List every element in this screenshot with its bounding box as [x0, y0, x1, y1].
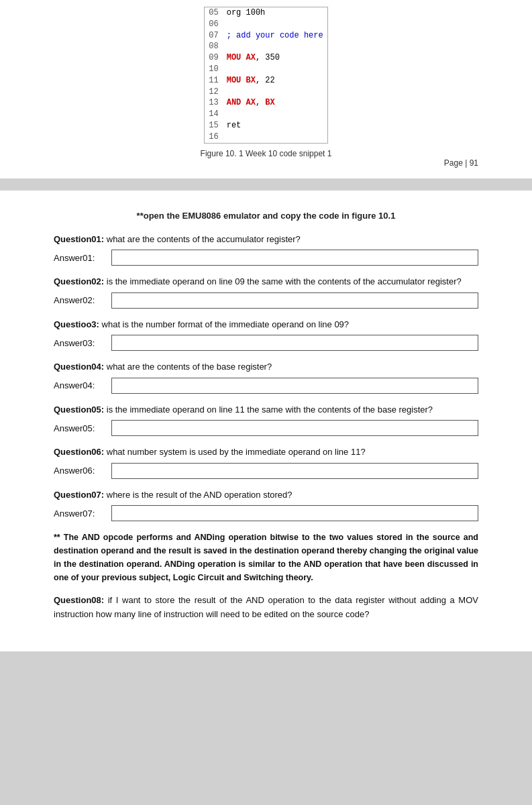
code-line-10: 10: [205, 64, 327, 75]
answer-row-1: Answer01:: [54, 250, 478, 266]
line-num: 15: [205, 120, 223, 131]
answer-input-3[interactable]: [111, 335, 478, 351]
code-line-09: 09 MOU AX, 350: [205, 52, 327, 64]
q4-label: Question04:: [54, 362, 104, 372]
answer-input-7[interactable]: [111, 505, 478, 521]
line-num: 16: [205, 131, 223, 143]
q1-label: Question01:: [54, 234, 104, 244]
code-org: org: [227, 8, 246, 17]
answer-input-6[interactable]: [111, 463, 478, 479]
code-block-container: 05 org 100h 06 07 ; add your code here: [54, 7, 478, 158]
question-block-1: Question01: what are the contents of the…: [54, 233, 478, 266]
code-line-11: 11 MOU BX, 22: [205, 75, 327, 87]
code-content: AND AX, BX: [223, 97, 328, 109]
answer-row-5: Answer05:: [54, 420, 478, 436]
code-instr: MOU: [227, 76, 246, 85]
code-line-15: 15 ret: [205, 120, 327, 131]
code-comment: ; add your code here: [227, 31, 323, 40]
page-top: 05 org 100h 06 07 ; add your code here: [0, 0, 532, 178]
code-content: [223, 41, 328, 52]
page-bottom: **open the EMU8086 emulator and copy the…: [0, 191, 532, 651]
line-num: 07: [205, 30, 223, 42]
question-text-4: Question04: what are the contents of the…: [54, 360, 478, 374]
answer-row-3: Answer03:: [54, 335, 478, 351]
q3-label: Questioo3:: [54, 319, 99, 329]
code-line-16: 16: [205, 131, 327, 143]
question-block-6: Question06: what number system is used b…: [54, 445, 478, 479]
code-line-08: 08: [205, 41, 327, 52]
answer-label-5: Answer05:: [54, 423, 107, 433]
q8-text: if I want to store the result of the AND…: [54, 595, 478, 619]
code-content: [223, 64, 328, 75]
question-text-2: Question02: is the immediate operand on …: [54, 275, 478, 288]
code-content: ; add your code here: [223, 30, 328, 42]
q5-label: Question05:: [54, 405, 104, 415]
answer-label-2: Answer02:: [54, 295, 107, 305]
answer-label-7: Answer07:: [54, 508, 107, 519]
question-text-6: Question06: what number system is used b…: [54, 445, 478, 459]
page-number: Page | 91: [444, 158, 478, 168]
note-text: ** The AND opcode performs and ANDing op…: [54, 531, 478, 584]
code-comma: ,: [256, 98, 265, 107]
instruction-strong: **open the EMU8086 emulator and copy the…: [137, 211, 396, 221]
final-question-text: Question08: if I want to store the resul…: [54, 594, 478, 622]
q1-text: what are the contents of the accumulator…: [107, 234, 301, 244]
line-num: 09: [205, 52, 223, 64]
q7-text: where is the result of the AND operation…: [107, 490, 292, 500]
answer-label-6: Answer06:: [54, 466, 107, 476]
code-instr: MOU: [227, 53, 246, 62]
answer-row-7: Answer07:: [54, 505, 478, 521]
code-content: [223, 131, 328, 143]
q3-text: what is the number format of the immedia…: [102, 319, 350, 329]
question-block-7: Question07: where is the result of the A…: [54, 488, 478, 522]
question-text-1: Question01: what are the contents of the…: [54, 233, 478, 246]
line-num: 14: [205, 109, 223, 120]
code-content: MOU AX, 350: [223, 52, 328, 64]
code-instr: AND: [227, 98, 246, 107]
q8-label: Question08:: [54, 595, 104, 605]
q2-label: Question02:: [54, 276, 104, 286]
question-text-3: Questioo3: what is the number format of …: [54, 318, 478, 331]
line-num: 06: [205, 19, 223, 30]
instruction-text: **open the EMU8086 emulator and copy the…: [54, 211, 478, 221]
question-block-2: Question02: is the immediate operand on …: [54, 275, 478, 309]
page-separator: [0, 178, 532, 191]
code-line-13: 13 AND AX, BX: [205, 97, 327, 109]
line-num: 13: [205, 97, 223, 109]
answer-label-1: Answer01:: [54, 253, 107, 263]
question-text-5: Question05: is the immediate operand on …: [54, 403, 478, 417]
answer-label-3: Answer03:: [54, 338, 107, 348]
question-block-3: Questioo3: what is the number format of …: [54, 318, 478, 352]
question-block-8: Question08: if I want to store the resul…: [54, 594, 478, 622]
code-line-05: 05 org 100h: [205, 7, 327, 19]
code-content: org 100h: [223, 7, 328, 19]
q7-label: Question07:: [54, 490, 104, 500]
code-content: ret: [223, 120, 328, 131]
answer-label-4: Answer04:: [54, 380, 107, 390]
code-num: 350: [265, 53, 280, 62]
answer-input-5[interactable]: [111, 420, 478, 436]
question-block-5: Question05: is the immediate operand on …: [54, 403, 478, 437]
code-comma: ,: [256, 53, 265, 62]
code-line-12: 12: [205, 87, 327, 98]
question-block-4: Question04: what are the contents of the…: [54, 360, 478, 394]
code-val: 100h: [246, 8, 266, 17]
answer-input-2[interactable]: [111, 292, 478, 309]
q6-text: what number system is used by the immedi…: [107, 447, 366, 457]
line-num: 10: [205, 64, 223, 75]
line-num: 12: [205, 87, 223, 98]
code-reg: AX: [246, 53, 256, 62]
q6-label: Question06:: [54, 447, 104, 457]
code-content: [223, 87, 328, 98]
code-reg: BX: [246, 76, 256, 85]
answer-row-2: Answer02:: [54, 292, 478, 309]
code-line-14: 14: [205, 109, 327, 120]
note-strong: ** The AND opcode performs and ANDing op…: [54, 533, 478, 582]
line-num: 11: [205, 75, 223, 87]
code-comma: ,: [256, 76, 265, 85]
code-reg: AX: [246, 98, 256, 107]
answer-row-4: Answer04:: [54, 378, 478, 394]
answer-row-6: Answer06:: [54, 463, 478, 479]
answer-input-1[interactable]: [111, 250, 478, 266]
answer-input-4[interactable]: [111, 378, 478, 394]
